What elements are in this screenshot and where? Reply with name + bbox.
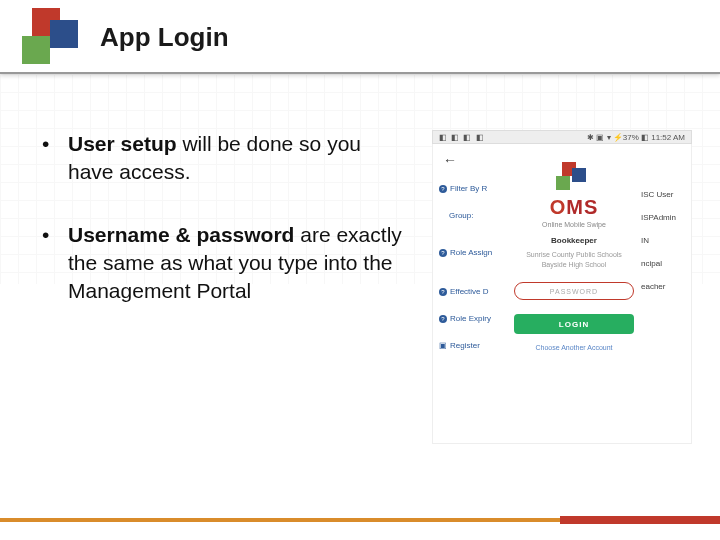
left-column: ?Filter By R Group: ?Role Assign ?Effect…: [439, 184, 509, 368]
status-right: ✱ ▣ ▾ ⚡37% ◧ 11:52 AM: [587, 133, 685, 142]
choose-account-link[interactable]: Choose Another Account: [511, 344, 637, 351]
footer-accent: [0, 518, 720, 522]
status-left: ◧ ◧ ◧ ◧: [439, 133, 485, 142]
org-line-1: Sunrise County Public Schools: [511, 251, 637, 258]
slide-title: App Login: [100, 22, 229, 53]
phone-screenshot: ◧ ◧ ◧ ◧ ✱ ▣ ▾ ⚡37% ◧ 11:52 AM ← ?Filter …: [432, 130, 692, 444]
list-item: User setup will be done so you have acce…: [42, 130, 402, 187]
bullet-list: User setup will be done so you have acce…: [42, 130, 402, 340]
bullet-bold: Username & password: [68, 223, 294, 246]
right-column: ISC User ISPAdmin IN ncipal eacher: [641, 190, 685, 305]
org-line-2: Bayside High School: [511, 261, 637, 268]
brand-name: OMS: [511, 196, 637, 219]
password-input[interactable]: PASSWORD: [514, 282, 634, 300]
slide-header: App Login: [0, 0, 720, 74]
phone-status-bar: ◧ ◧ ◧ ◧ ✱ ▣ ▾ ⚡37% ◧ 11:52 AM: [432, 130, 692, 144]
back-icon[interactable]: ←: [443, 152, 457, 168]
app-logo-icon: [556, 162, 592, 192]
brand-tagline: Online Mobile Swipe: [511, 221, 637, 228]
list-item: Username & password are exactly the same…: [42, 221, 402, 306]
login-button[interactable]: LOGIN: [514, 314, 634, 334]
brand-logo: [14, 8, 78, 64]
bullet-bold: User setup: [68, 132, 177, 155]
login-panel: OMS Online Mobile Swipe Bookkeeper Sunri…: [511, 162, 637, 351]
account-name: Bookkeeper: [511, 236, 637, 245]
